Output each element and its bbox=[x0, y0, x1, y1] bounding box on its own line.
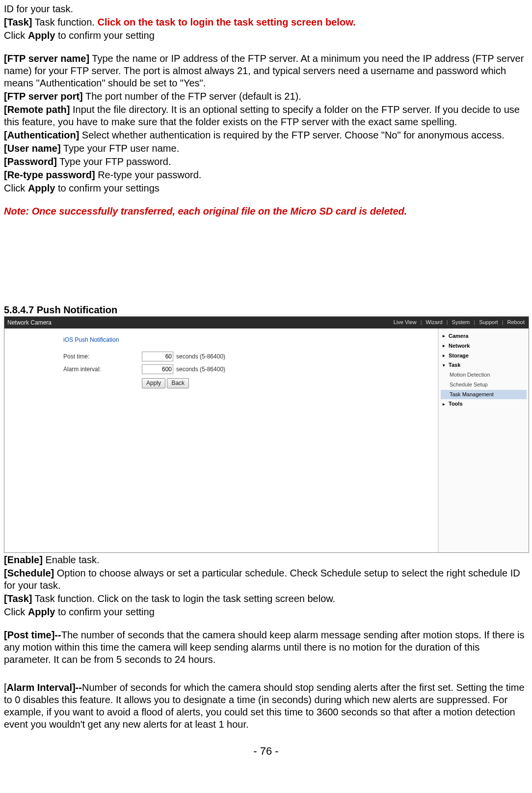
screenshot-main-panel: iOS Push Notification Post time: seconds… bbox=[4, 328, 438, 552]
line-apply-bottom: Click Apply to confirm your setting bbox=[4, 606, 528, 618]
ftp-port-label: [FTP server port] bbox=[4, 91, 83, 102]
sidebar-item-task[interactable]: ▾ Task bbox=[441, 360, 527, 370]
line-id-task: ID for your task. bbox=[4, 3, 528, 15]
input-post-time[interactable] bbox=[142, 352, 173, 361]
sidebar-sub-task-management[interactable]: Task Management bbox=[441, 390, 527, 400]
line-retype-password: [Re-type password] Re-type your password… bbox=[4, 169, 528, 181]
line-remote-path: [Remote path] Input the file directory. … bbox=[4, 104, 528, 128]
sidebar-label-task: Task bbox=[449, 362, 460, 369]
hint-post-time: seconds (5-86400) bbox=[176, 353, 225, 360]
line-authentication: [Authentication] Select whether authenti… bbox=[4, 129, 528, 141]
nav-system[interactable]: System bbox=[451, 319, 471, 326]
sidebar-item-storage[interactable]: ▸ Storage bbox=[441, 351, 527, 361]
sidebar-sub-motion-detection[interactable]: Motion Detection bbox=[441, 370, 527, 380]
label-alarm-interval: Alarm interval: bbox=[63, 366, 142, 373]
sidebar-label-tools: Tools bbox=[449, 401, 463, 408]
task-label: [Task] bbox=[4, 17, 32, 27]
sidebar-item-network[interactable]: ▸ Network bbox=[441, 341, 527, 351]
label-post-time: Post time: bbox=[63, 353, 142, 360]
auth-label: [Authentication] bbox=[4, 130, 79, 140]
page-number: - 76 - bbox=[4, 744, 528, 758]
user-label: [User name] bbox=[4, 143, 61, 154]
apply2-post: to confirm your settings bbox=[55, 183, 159, 193]
post-time-label: [Post time]-- bbox=[4, 629, 61, 640]
hint-alarm-interval: seconds (5-86400) bbox=[176, 366, 225, 373]
line-task-bottom: [Task] Task function. Click on the task … bbox=[4, 593, 528, 605]
apply-pre: Click bbox=[4, 30, 28, 41]
apply-word-bottom: Apply bbox=[28, 606, 55, 617]
alarm-interval-label: Alarm Interval]-- bbox=[7, 682, 82, 693]
line-username: [User name] Type your FTP user name. bbox=[4, 142, 528, 155]
chevron-right-icon: ▸ bbox=[443, 402, 447, 407]
apply-button[interactable]: Apply bbox=[142, 378, 165, 388]
line-schedule: [Schedule] Option to choose always or se… bbox=[4, 567, 528, 592]
apply2-pre: Click bbox=[4, 183, 28, 193]
pwd-text: Type your FTP password. bbox=[57, 156, 171, 167]
chevron-right-icon: ▸ bbox=[443, 333, 447, 339]
line-enable: [Enable] Enable task. bbox=[4, 554, 528, 566]
note-deleted: Note: Once successfully transferred, eac… bbox=[4, 205, 528, 218]
section-title-push-notification: 5.8.4.7 Push Notification bbox=[4, 304, 528, 316]
sidebar-label-camera: Camera bbox=[449, 333, 468, 340]
sidebar-label-storage: Storage bbox=[449, 353, 469, 359]
line-password: [Password] Type your FTP password. bbox=[4, 156, 528, 168]
chevron-right-icon: ▸ bbox=[443, 353, 447, 358]
screenshot-title: Network Camera bbox=[7, 319, 52, 327]
line-alarm-interval-desc: [Alarm Interval]--Number of seconds for … bbox=[4, 682, 528, 731]
repwd-label: [Re-type password] bbox=[4, 169, 95, 180]
post-time-text: The number of seconds that the camera sh… bbox=[4, 629, 525, 665]
apply-pre-bottom: Click bbox=[4, 606, 28, 617]
sidebar-item-camera[interactable]: ▸ Camera bbox=[441, 331, 527, 341]
auth-text: Select whether authentication is require… bbox=[79, 130, 505, 140]
apply-post: to confirm your setting bbox=[55, 30, 154, 41]
chevron-right-icon: ▸ bbox=[443, 343, 447, 349]
apply-post-bottom: to confirm your setting bbox=[55, 606, 154, 617]
remote-label: [Remote path] bbox=[4, 104, 70, 115]
apply2-word: Apply bbox=[28, 183, 55, 193]
task-red-instruction: Click on the task to login the task sett… bbox=[97, 17, 355, 27]
pwd-label: [Password] bbox=[4, 156, 57, 167]
line-apply-2: Click Apply to confirm your settings bbox=[4, 182, 528, 194]
schedule-label: [Schedule] bbox=[4, 568, 54, 578]
row-post-time: Post time: seconds (5-86400) bbox=[63, 352, 428, 361]
ftp-port-text: The port number of the FTP server (defau… bbox=[83, 91, 301, 102]
repwd-text: Re-type your password. bbox=[95, 169, 202, 180]
input-alarm-interval[interactable] bbox=[142, 364, 173, 374]
apply-word: Apply bbox=[28, 30, 55, 41]
line-post-time-desc: [Post time]--The number of seconds that … bbox=[4, 629, 528, 666]
back-button[interactable]: Back bbox=[167, 378, 189, 388]
task-label-bottom: [Task] bbox=[4, 593, 32, 604]
schedule-text: Option to choose always or set a particu… bbox=[4, 568, 520, 591]
ftp-name-label: [FTP server name] bbox=[4, 53, 89, 64]
enable-text: Enable task. bbox=[43, 554, 100, 565]
sidebar-item-tools[interactable]: ▸ Tools bbox=[441, 399, 527, 409]
enable-label: [Enable] bbox=[4, 554, 43, 565]
screenshot-nav: Live View| Wizard| System| Support| Rebo… bbox=[393, 319, 526, 326]
row-alarm-interval: Alarm interval: seconds (5-86400) bbox=[63, 364, 428, 374]
task-text: Task function. bbox=[32, 17, 97, 27]
screenshot-push-notification: Network Camera Live View| Wizard| System… bbox=[4, 316, 529, 553]
nav-reboot[interactable]: Reboot bbox=[506, 319, 526, 326]
line-apply-1: Click Apply to confirm your setting bbox=[4, 29, 528, 42]
sidebar-label-network: Network bbox=[449, 343, 470, 350]
nav-wizard[interactable]: Wizard bbox=[425, 319, 443, 326]
sidebar-sub-schedule-setup[interactable]: Schedule Setup bbox=[441, 380, 527, 390]
nav-support[interactable]: Support bbox=[478, 319, 499, 326]
chevron-down-icon: ▾ bbox=[443, 363, 447, 368]
line-ftp-server-port: [FTP server port] The port number of the… bbox=[4, 90, 528, 103]
nav-live-view[interactable]: Live View bbox=[393, 319, 418, 326]
line-ftp-server-name: [FTP server name] Type the name or IP ad… bbox=[4, 53, 528, 89]
panel-title: iOS Push Notification bbox=[63, 336, 428, 344]
screenshot-header: Network Camera Live View| Wizard| System… bbox=[4, 317, 529, 328]
alarm-interval-text: Number of seconds for which the camera s… bbox=[4, 682, 525, 730]
task-text-bottom: Task function. Click on the task to logi… bbox=[32, 593, 335, 604]
screenshot-sidebar: ▸ Camera ▸ Network ▸ Storage ▾ Task Moti… bbox=[438, 328, 529, 552]
user-text: Type your FTP user name. bbox=[61, 143, 180, 154]
remote-text: Input the file directory. It is an optio… bbox=[4, 104, 520, 127]
line-task: [Task] Task function. Click on the task … bbox=[4, 16, 528, 28]
